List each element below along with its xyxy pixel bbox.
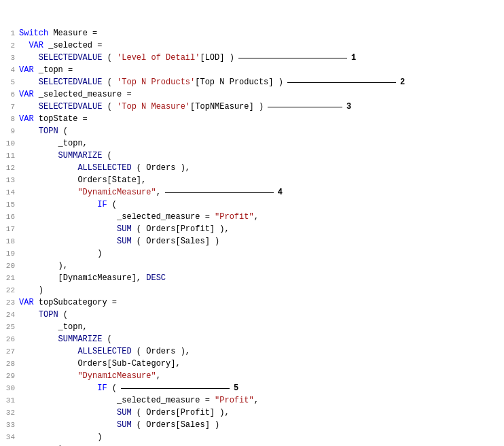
token-plain: ) — [19, 284, 43, 296]
token-plain: Orders[Sub-Category], — [19, 358, 181, 370]
code-tokens: SELECTEDVALUE ( 'Top N Products'[Top N P… — [19, 76, 504, 88]
code-line: 9 TOPN ( — [5, 125, 504, 137]
code-line: 34 ) — [5, 431, 504, 443]
code-tokens: SUM ( Orders[Profit] ), — [19, 223, 504, 235]
line-number: 20 — [5, 260, 19, 272]
token-plain: ( Orders[Sales] ) — [132, 419, 220, 431]
line-badge: 5 — [234, 382, 238, 394]
line-number: 2 — [5, 39, 19, 52]
token-fn: SUM — [117, 407, 132, 419]
token-plain: [TopNMEasure] ) — [190, 101, 264, 113]
token-kw: VAR — [19, 296, 34, 309]
token-plain: ( — [102, 76, 117, 88]
code-tokens: _topn, — [19, 321, 504, 333]
code-tokens: SUM ( Orders[Sales] ) — [19, 235, 504, 247]
token-fn: ALLSELECTED — [77, 345, 131, 358]
code-line: 24 TOPN ( — [5, 309, 504, 321]
token-fn: SELECTEDVALUE — [39, 101, 103, 113]
code-line: 31 _selected_measure = "Profit", — [5, 394, 504, 407]
code-line: 18 SUM ( Orders[Sales] ) — [5, 235, 504, 247]
token-fn: TOPN — [39, 125, 58, 137]
code-area: 1Switch Measure =2 VAR _selected =3 SELE… — [0, 3, 504, 446]
line-number: 21 — [5, 272, 19, 284]
token-plain: , — [254, 211, 259, 223]
token-plain: ) — [19, 247, 102, 260]
code-tokens: ) — [19, 247, 504, 260]
code-tokens: Switch Measure = — [19, 27, 504, 39]
token-fn: SELECTEDVALUE — [39, 52, 103, 64]
underline-connector — [287, 82, 396, 83]
token-plain — [19, 407, 117, 419]
token-str: "DynamicMeasure" — [77, 186, 156, 199]
token-plain: ), — [19, 260, 68, 272]
code-line: 28 Orders[Sub-Category], — [5, 358, 504, 370]
line-number: 26 — [5, 333, 19, 345]
line-number: 13 — [5, 174, 19, 186]
token-fn: SUM — [117, 223, 132, 235]
line-number: 17 — [5, 223, 19, 235]
token-kw: VAR — [29, 39, 43, 52]
token-kw: VAR — [19, 64, 34, 76]
code-line: 8VAR topState = — [5, 113, 504, 125]
line-number: 34 — [5, 431, 19, 443]
token-plain: _topn = — [34, 64, 73, 76]
line-number: 9 — [5, 125, 19, 137]
code-line: 29 "DynamicMeasure", — [5, 370, 504, 382]
token-plain: ( Orders[Profit] ), — [132, 223, 230, 235]
line-number: 16 — [5, 211, 19, 223]
line-number: 31 — [5, 394, 19, 407]
code-tokens: VAR _selected_measure = — [19, 88, 504, 101]
line-number: 19 — [5, 247, 19, 260]
code-tokens: Orders[Sub-Category], — [19, 358, 504, 370]
line-number: 33 — [5, 419, 19, 431]
token-plain: Measure = — [48, 27, 97, 39]
underline-connector — [238, 58, 347, 58]
code-tokens: IF ( — [19, 199, 504, 211]
token-plain: ) — [19, 431, 102, 443]
code-line: 13 Orders[State], — [5, 174, 504, 186]
token-fn: SUM — [117, 419, 132, 431]
token-fn: TOPN — [39, 309, 58, 321]
token-plain: ( Orders[Profit] ), — [132, 407, 230, 419]
line-number: 29 — [5, 370, 19, 382]
token-str: 'Top N Products' — [117, 76, 195, 88]
code-tokens: "DynamicMeasure",4 — [19, 186, 504, 199]
token-str: "DynamicMeasure" — [77, 370, 156, 382]
code-line: 1Switch Measure = — [5, 27, 504, 39]
code-line: 5 SELECTEDVALUE ( 'Top N Products'[Top N… — [5, 76, 504, 88]
line-number: 32 — [5, 407, 19, 419]
code-tokens: IF (5 — [19, 382, 504, 394]
token-plain — [19, 186, 77, 199]
token-plain — [19, 125, 39, 137]
token-plain: _selected_measure = — [34, 88, 132, 101]
token-plain: [LOD] ) — [200, 52, 234, 64]
code-line: 19 ) — [5, 247, 504, 260]
token-plain: ( Orders[Sales] ) — [132, 235, 220, 247]
token-str: "Profit" — [215, 394, 254, 407]
line-number: 1 — [5, 27, 19, 39]
code-tokens: ) — [19, 284, 504, 296]
code-tokens: SUM ( Orders[Sales] ) — [19, 419, 504, 431]
token-plain: ( — [58, 125, 68, 137]
code-line: 15 IF ( — [5, 199, 504, 211]
code-line: 2 VAR _selected = — [5, 39, 504, 52]
token-plain — [19, 52, 39, 64]
token-kw: VAR — [19, 113, 34, 125]
token-plain — [19, 101, 39, 113]
line-number: 7 — [5, 101, 19, 113]
token-str: 'Level of Detail' — [117, 52, 200, 64]
token-plain: ( — [102, 52, 117, 64]
token-plain — [19, 333, 58, 345]
token-fn: ALLSELECTED — [77, 162, 131, 174]
line-number: 30 — [5, 382, 19, 394]
token-plain: ( — [107, 382, 117, 394]
token-plain: ( Orders ), — [132, 162, 190, 174]
line-number: 5 — [5, 76, 19, 88]
line-badge: 3 — [346, 101, 351, 113]
code-tokens: [DynamicMeasure], DESC — [19, 272, 504, 284]
line-number: 4 — [5, 64, 19, 76]
code-line: 27 ALLSELECTED ( Orders ), — [5, 345, 504, 358]
token-plain — [19, 39, 29, 52]
code-tokens: ) — [19, 431, 504, 443]
token-fn: SUMMARIZE — [58, 333, 103, 345]
